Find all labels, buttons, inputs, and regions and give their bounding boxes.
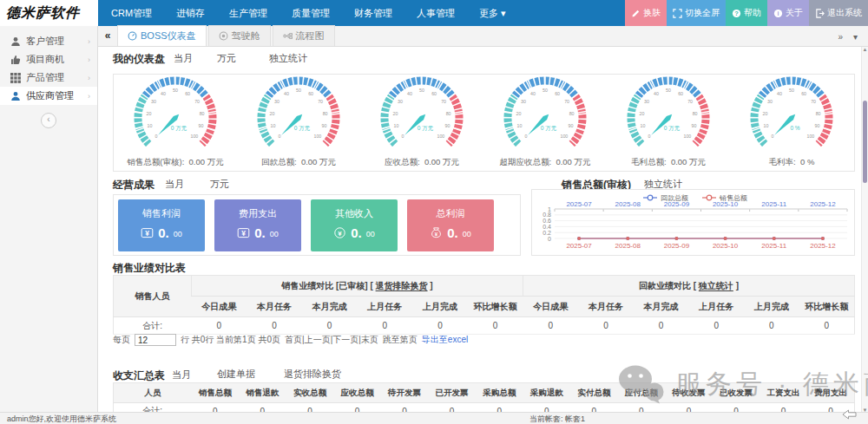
group-filter-link[interactable]: 独立统计: [699, 281, 733, 290]
nav-menu-item[interactable]: 更多 ▾: [479, 7, 506, 20]
nav-menu-item[interactable]: 财务管理: [354, 7, 392, 20]
svg-text:50: 50: [666, 88, 671, 93]
metric-card-value: 0.: [158, 225, 169, 240]
table-cell: 0: [523, 317, 578, 335]
back-arrow-button[interactable]: [842, 408, 857, 423]
metric-card-title: 其他收入: [311, 207, 398, 220]
svg-text:0: 0: [648, 134, 651, 139]
tab[interactable]: 驾驶舱: [208, 25, 271, 46]
nav-menu-item[interactable]: 进销存: [176, 7, 205, 20]
table-cell: 0: [634, 317, 689, 335]
tab-label: 驾驶舱: [232, 29, 260, 42]
col-header: 已开发票: [428, 383, 476, 403]
action-button-label: 切换全屏: [685, 7, 720, 19]
sidebar-item-label: 产品管理: [26, 71, 64, 84]
yuan-cycle-icon: ¥: [333, 226, 346, 239]
col-header: 实收总额: [286, 383, 334, 403]
metric-card-value: 0.: [447, 225, 458, 240]
summary-filter-return[interactable]: 退货排除换货: [284, 368, 365, 383]
metric-card-decimals: 00: [463, 230, 471, 238]
col-header: 今日成果: [523, 297, 578, 317]
svg-text:40: 40: [161, 91, 166, 96]
col-header: 待收发票: [665, 383, 713, 403]
nav-menu-item[interactable]: 质量管理: [292, 7, 330, 20]
logout-button[interactable]: 退出系统: [809, 0, 868, 26]
gauge-chart: 01020304050607080901000 万元: [122, 75, 229, 158]
customer-icon: [10, 36, 21, 47]
supplier-icon: [10, 91, 21, 101]
table-cell: 0: [799, 317, 855, 335]
product-icon: [10, 73, 21, 83]
svg-text:0: 0: [155, 134, 158, 139]
money-bag-icon: ¥: [430, 226, 443, 239]
tab[interactable]: BOSS仪表盘: [117, 25, 207, 46]
svg-text:100: 100: [560, 134, 568, 139]
svg-text:90: 90: [445, 123, 450, 128]
svg-text:20: 20: [269, 111, 274, 116]
tabs-dropdown-icon[interactable]: ▾: [853, 32, 858, 42]
welcome-text: admin您好,欢迎使用德米萨系统: [7, 414, 116, 424]
svg-text:10: 10: [271, 123, 276, 128]
nav-menu-item[interactable]: 生产管理: [229, 7, 267, 20]
totals-row: 合计:000000000000: [114, 317, 855, 335]
sidebar-item[interactable]: 供应商管理›: [0, 87, 97, 105]
action-button-label: 关于: [786, 7, 803, 19]
svg-text:2025-08: 2025-08: [615, 242, 641, 250]
svg-text:40: 40: [530, 91, 536, 96]
nav-menu-item[interactable]: CRM管理: [111, 7, 152, 20]
svg-text:80: 80: [693, 111, 698, 116]
sidebar-collapse-button[interactable]: ‹: [41, 113, 56, 128]
svg-text:10: 10: [394, 123, 399, 128]
svg-text:10: 10: [148, 123, 153, 128]
tabs-scroll-right-icon[interactable]: »: [838, 32, 843, 42]
col-header: 已收发票: [713, 383, 760, 403]
theme-button[interactable]: 换肤: [625, 0, 667, 26]
gauge-filter-unit[interactable]: 万元: [217, 52, 236, 65]
pagination-jump[interactable]: 跳至第页: [383, 334, 418, 346]
sidebar-item[interactable]: 项目商机›: [0, 50, 97, 68]
metric-card-value: 0.: [351, 225, 362, 240]
svg-text:90: 90: [199, 123, 204, 128]
fullscreen-button[interactable]: 切换全屏: [667, 0, 726, 26]
gauge-label: 毛利率: 0 %: [730, 157, 853, 168]
tabs-scroll-left-icon[interactable]: «: [98, 26, 117, 46]
help-button[interactable]: ?帮助: [726, 0, 767, 26]
gauge: 01020304050607080901000 %毛利率: 0 %: [730, 75, 853, 171]
svg-text:20: 20: [762, 111, 767, 116]
sidebar-item[interactable]: 客户管理›: [0, 32, 97, 50]
export-excel-link[interactable]: 导出至excel: [422, 334, 468, 346]
pagination-bar: 每页 行 共0行 当前第1页 共0页 首页|上一页|下一页|末页 跳至第页 导出…: [113, 334, 468, 346]
pagination-nav-links[interactable]: 首页|上一页|下一页|末页: [285, 334, 378, 346]
summary-filter-doc[interactable]: 创建单据: [217, 368, 279, 383]
results-filter-unit[interactable]: 万元: [210, 178, 229, 191]
scrollbar-thumb[interactable]: [863, 101, 867, 183]
gauge-label: 超期应收总额: 0.00 万元: [483, 157, 607, 168]
totals-label: 合计:: [114, 317, 192, 335]
page-size-input[interactable]: [135, 334, 176, 346]
svg-text:¥: ¥: [435, 231, 438, 237]
svg-text:0: 0: [525, 134, 528, 139]
gauge-chart: 01020304050607080901000 万元: [615, 75, 722, 158]
svg-text:0 万元: 0 万元: [541, 125, 557, 131]
tab[interactable]: 流程图: [273, 25, 335, 46]
svg-text:70: 70: [318, 99, 323, 104]
fullscreen-icon: [673, 9, 682, 18]
about-button[interactable]: i关于: [767, 0, 809, 26]
logout-icon: [815, 9, 825, 18]
svg-text:2025-12: 2025-12: [810, 200, 836, 208]
performance-table-title: 销售业绩对比表: [113, 261, 186, 276]
sidebar-item[interactable]: 产品管理›: [0, 68, 97, 87]
gauge-filter-stat[interactable]: 独立统计: [269, 52, 307, 65]
gauge-filter-month[interactable]: 当月: [174, 52, 193, 65]
col-header: 上月任务: [688, 297, 744, 317]
svg-text:90: 90: [569, 123, 574, 128]
summary-filter-month[interactable]: 当月: [172, 369, 191, 382]
group-header: 回款业绩对比 [ 独立统计 ]: [523, 276, 854, 297]
metric-card-title: 费用支出: [214, 207, 301, 220]
nav-menu-item[interactable]: 人事管理: [417, 7, 455, 20]
scroll-up-icon[interactable]: ▲: [862, 47, 868, 52]
col-header: 环比增长额: [799, 297, 855, 317]
results-filter-month[interactable]: 当月: [165, 178, 184, 191]
group-filter-link[interactable]: 退货排除换货: [376, 281, 428, 290]
sidebar-item-label: 项目商机: [26, 53, 64, 66]
